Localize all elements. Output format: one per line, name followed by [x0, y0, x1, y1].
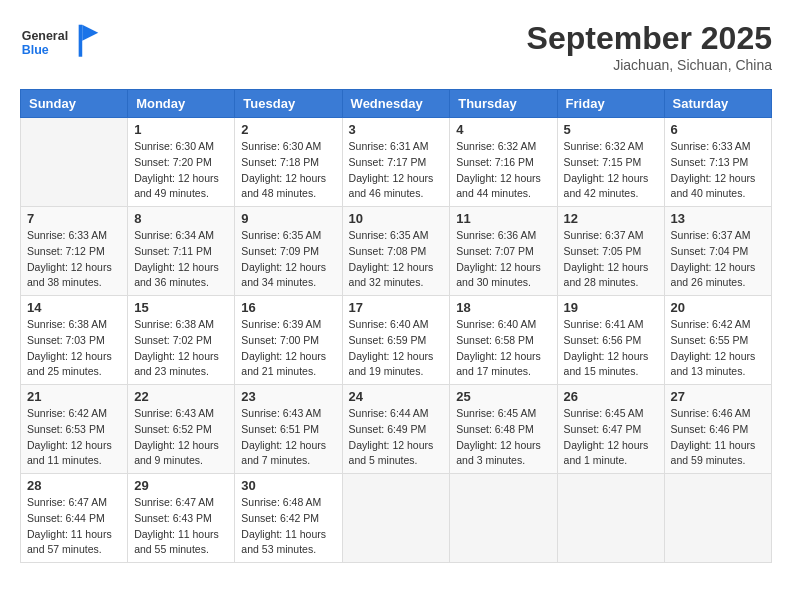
daylight-text: Daylight: 12 hours and 28 minutes. [564, 260, 658, 292]
daylight-text: Daylight: 11 hours and 53 minutes. [241, 527, 335, 559]
day-number: 4 [456, 122, 550, 137]
day-number: 30 [241, 478, 335, 493]
daylight-text: Daylight: 12 hours and 49 minutes. [134, 171, 228, 203]
sunrise-text: Sunrise: 6:42 AM [27, 406, 121, 422]
sunrise-text: Sunrise: 6:43 AM [241, 406, 335, 422]
daylight-text: Daylight: 12 hours and 13 minutes. [671, 349, 765, 381]
svg-text:Blue: Blue [22, 43, 49, 57]
calendar-cell [342, 474, 450, 563]
sunset-text: Sunset: 7:00 PM [241, 333, 335, 349]
day-info: Sunrise: 6:43 AMSunset: 6:52 PMDaylight:… [134, 406, 228, 469]
sunrise-text: Sunrise: 6:44 AM [349, 406, 444, 422]
daylight-text: Daylight: 12 hours and 40 minutes. [671, 171, 765, 203]
day-number: 21 [27, 389, 121, 404]
sunrise-text: Sunrise: 6:45 AM [564, 406, 658, 422]
daylight-text: Daylight: 12 hours and 1 minute. [564, 438, 658, 470]
calendar-table: SundayMondayTuesdayWednesdayThursdayFrid… [20, 89, 772, 563]
sunrise-text: Sunrise: 6:35 AM [241, 228, 335, 244]
sunset-text: Sunset: 7:05 PM [564, 244, 658, 260]
daylight-text: Daylight: 11 hours and 59 minutes. [671, 438, 765, 470]
day-info: Sunrise: 6:43 AMSunset: 6:51 PMDaylight:… [241, 406, 335, 469]
sunset-text: Sunset: 6:42 PM [241, 511, 335, 527]
day-number: 28 [27, 478, 121, 493]
weekday-header: Tuesday [235, 90, 342, 118]
day-info: Sunrise: 6:35 AMSunset: 7:09 PMDaylight:… [241, 228, 335, 291]
daylight-text: Daylight: 12 hours and 48 minutes. [241, 171, 335, 203]
calendar-cell: 24Sunrise: 6:44 AMSunset: 6:49 PMDayligh… [342, 385, 450, 474]
sunrise-text: Sunrise: 6:40 AM [349, 317, 444, 333]
day-info: Sunrise: 6:36 AMSunset: 7:07 PMDaylight:… [456, 228, 550, 291]
sunrise-text: Sunrise: 6:43 AM [134, 406, 228, 422]
day-number: 24 [349, 389, 444, 404]
sunset-text: Sunset: 7:16 PM [456, 155, 550, 171]
day-number: 3 [349, 122, 444, 137]
daylight-text: Daylight: 12 hours and 21 minutes. [241, 349, 335, 381]
calendar-cell: 30Sunrise: 6:48 AMSunset: 6:42 PMDayligh… [235, 474, 342, 563]
calendar-cell [450, 474, 557, 563]
sunrise-text: Sunrise: 6:33 AM [27, 228, 121, 244]
weekday-header: Monday [128, 90, 235, 118]
day-number: 20 [671, 300, 765, 315]
daylight-text: Daylight: 12 hours and 19 minutes. [349, 349, 444, 381]
day-number: 2 [241, 122, 335, 137]
calendar-cell: 25Sunrise: 6:45 AMSunset: 6:48 PMDayligh… [450, 385, 557, 474]
daylight-text: Daylight: 12 hours and 34 minutes. [241, 260, 335, 292]
sunrise-text: Sunrise: 6:30 AM [241, 139, 335, 155]
day-number: 15 [134, 300, 228, 315]
calendar-cell: 8Sunrise: 6:34 AMSunset: 7:11 PMDaylight… [128, 207, 235, 296]
sunset-text: Sunset: 7:15 PM [564, 155, 658, 171]
calendar-cell: 6Sunrise: 6:33 AMSunset: 7:13 PMDaylight… [664, 118, 771, 207]
sunrise-text: Sunrise: 6:45 AM [456, 406, 550, 422]
day-info: Sunrise: 6:35 AMSunset: 7:08 PMDaylight:… [349, 228, 444, 291]
sunrise-text: Sunrise: 6:47 AM [134, 495, 228, 511]
daylight-text: Daylight: 12 hours and 7 minutes. [241, 438, 335, 470]
daylight-text: Daylight: 12 hours and 23 minutes. [134, 349, 228, 381]
day-number: 26 [564, 389, 658, 404]
daylight-text: Daylight: 12 hours and 38 minutes. [27, 260, 121, 292]
calendar-week-row: 21Sunrise: 6:42 AMSunset: 6:53 PMDayligh… [21, 385, 772, 474]
sunrise-text: Sunrise: 6:37 AM [671, 228, 765, 244]
sunrise-text: Sunrise: 6:47 AM [27, 495, 121, 511]
calendar-cell: 15Sunrise: 6:38 AMSunset: 7:02 PMDayligh… [128, 296, 235, 385]
sunset-text: Sunset: 7:03 PM [27, 333, 121, 349]
day-info: Sunrise: 6:40 AMSunset: 6:59 PMDaylight:… [349, 317, 444, 380]
calendar-week-row: 7Sunrise: 6:33 AMSunset: 7:12 PMDaylight… [21, 207, 772, 296]
day-number: 23 [241, 389, 335, 404]
calendar-cell: 4Sunrise: 6:32 AMSunset: 7:16 PMDaylight… [450, 118, 557, 207]
day-number: 29 [134, 478, 228, 493]
sunrise-text: Sunrise: 6:37 AM [564, 228, 658, 244]
calendar-cell: 3Sunrise: 6:31 AMSunset: 7:17 PMDaylight… [342, 118, 450, 207]
day-number: 17 [349, 300, 444, 315]
day-info: Sunrise: 6:34 AMSunset: 7:11 PMDaylight:… [134, 228, 228, 291]
sunrise-text: Sunrise: 6:31 AM [349, 139, 444, 155]
sunrise-text: Sunrise: 6:40 AM [456, 317, 550, 333]
daylight-text: Daylight: 12 hours and 26 minutes. [671, 260, 765, 292]
day-number: 13 [671, 211, 765, 226]
daylight-text: Daylight: 11 hours and 57 minutes. [27, 527, 121, 559]
day-info: Sunrise: 6:39 AMSunset: 7:00 PMDaylight:… [241, 317, 335, 380]
sunset-text: Sunset: 7:07 PM [456, 244, 550, 260]
sunset-text: Sunset: 7:08 PM [349, 244, 444, 260]
day-number: 25 [456, 389, 550, 404]
sunrise-text: Sunrise: 6:32 AM [456, 139, 550, 155]
day-number: 6 [671, 122, 765, 137]
sunrise-text: Sunrise: 6:34 AM [134, 228, 228, 244]
calendar-cell: 14Sunrise: 6:38 AMSunset: 7:03 PMDayligh… [21, 296, 128, 385]
sunset-text: Sunset: 6:58 PM [456, 333, 550, 349]
sunrise-text: Sunrise: 6:41 AM [564, 317, 658, 333]
calendar-cell [21, 118, 128, 207]
sunrise-text: Sunrise: 6:33 AM [671, 139, 765, 155]
daylight-text: Daylight: 12 hours and 46 minutes. [349, 171, 444, 203]
sunset-text: Sunset: 7:18 PM [241, 155, 335, 171]
daylight-text: Daylight: 12 hours and 44 minutes. [456, 171, 550, 203]
weekday-header: Sunday [21, 90, 128, 118]
day-info: Sunrise: 6:47 AMSunset: 6:44 PMDaylight:… [27, 495, 121, 558]
sunrise-text: Sunrise: 6:48 AM [241, 495, 335, 511]
sunrise-text: Sunrise: 6:39 AM [241, 317, 335, 333]
daylight-text: Daylight: 12 hours and 42 minutes. [564, 171, 658, 203]
daylight-text: Daylight: 12 hours and 15 minutes. [564, 349, 658, 381]
day-info: Sunrise: 6:37 AMSunset: 7:04 PMDaylight:… [671, 228, 765, 291]
month-title: September 2025 [527, 20, 772, 57]
sunrise-text: Sunrise: 6:38 AM [134, 317, 228, 333]
day-number: 10 [349, 211, 444, 226]
